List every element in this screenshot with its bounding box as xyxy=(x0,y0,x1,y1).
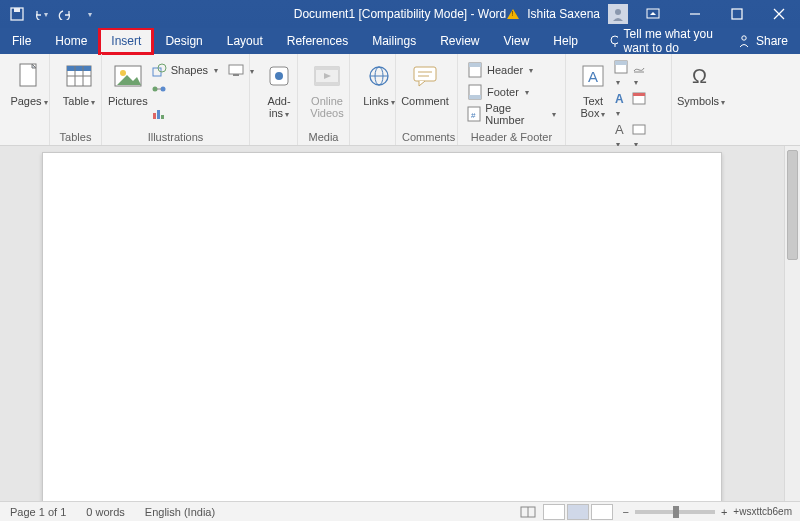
user-avatar-icon[interactable] xyxy=(608,4,628,24)
chart-button[interactable] xyxy=(148,104,221,124)
footer-button[interactable]: Footer xyxy=(464,82,559,102)
warning-icon[interactable] xyxy=(507,9,519,19)
zoom-level[interactable]: +wsxttcb6em xyxy=(733,506,792,517)
tab-insert[interactable]: Insert xyxy=(99,28,153,54)
share-button[interactable]: Share xyxy=(725,34,800,48)
comment-button[interactable]: Comment xyxy=(402,58,448,107)
svg-point-18 xyxy=(120,70,126,76)
close-button[interactable] xyxy=(762,0,796,28)
shapes-icon xyxy=(151,62,167,78)
tab-layout[interactable]: Layout xyxy=(215,28,275,54)
svg-point-2 xyxy=(615,9,621,15)
symbols-button[interactable]: Ω Symbols xyxy=(678,58,724,109)
tab-references[interactable]: References xyxy=(275,28,360,54)
tab-help[interactable]: Help xyxy=(541,28,590,54)
svg-text:#: # xyxy=(471,111,476,120)
date-time-button[interactable] xyxy=(632,91,646,119)
svg-text:A: A xyxy=(615,122,624,136)
ribbon-display-options-icon[interactable] xyxy=(636,0,670,28)
svg-rect-48 xyxy=(615,61,627,65)
status-book-icon[interactable] xyxy=(520,505,536,519)
title-bar: Document1 [Compatibility Mode] - Word Is… xyxy=(0,0,800,28)
undo-icon[interactable] xyxy=(34,7,48,21)
tab-view[interactable]: View xyxy=(492,28,542,54)
view-read-mode[interactable] xyxy=(543,504,565,520)
redo-icon[interactable] xyxy=(58,7,72,21)
svg-point-29 xyxy=(275,72,283,80)
tab-design[interactable]: Design xyxy=(153,28,214,54)
status-word-count[interactable]: 0 words xyxy=(76,506,135,518)
comment-label: Comment xyxy=(401,95,449,107)
table-button[interactable]: Table xyxy=(56,58,102,109)
header-label: Header xyxy=(487,64,523,76)
group-comments-label: Comments xyxy=(402,129,451,143)
addins-button[interactable]: Add- ins xyxy=(256,58,302,121)
vertical-scrollbar[interactable] xyxy=(784,146,800,501)
document-area xyxy=(0,146,800,501)
pages-label: Pages xyxy=(10,95,47,109)
view-web-layout[interactable] xyxy=(591,504,613,520)
header-button[interactable]: Header xyxy=(464,60,559,80)
status-page[interactable]: Page 1 of 1 xyxy=(0,506,76,518)
qat-customize-icon[interactable] xyxy=(82,7,96,21)
svg-rect-23 xyxy=(153,113,156,119)
tell-me-label: Tell me what you want to do xyxy=(624,27,725,55)
zoom-controls: − + +wsxttcb6em xyxy=(614,506,800,518)
pages-icon xyxy=(13,60,45,92)
svg-rect-25 xyxy=(161,115,164,119)
save-icon[interactable] xyxy=(10,7,24,21)
links-icon xyxy=(363,60,395,92)
ribbon-tabs: File Home Insert Design Layout Reference… xyxy=(0,28,800,54)
svg-rect-40 xyxy=(469,63,481,67)
group-illustrations-label: Illustrations xyxy=(108,129,243,143)
ribbon-insert: Pages Table Tables Pictures Shapes xyxy=(0,54,800,146)
svg-rect-5 xyxy=(732,9,742,19)
svg-point-10 xyxy=(742,36,746,40)
footer-label: Footer xyxy=(487,86,519,98)
svg-rect-1 xyxy=(14,8,20,12)
svg-rect-26 xyxy=(229,65,243,74)
pages-button[interactable]: Pages xyxy=(6,58,52,109)
svg-rect-36 xyxy=(414,67,436,81)
zoom-slider[interactable] xyxy=(635,510,715,514)
group-links-label xyxy=(356,129,389,143)
document-page[interactable] xyxy=(42,152,722,501)
zoom-in-button[interactable]: + xyxy=(721,506,727,518)
share-label: Share xyxy=(756,34,788,48)
group-pages-label xyxy=(6,129,43,143)
maximize-button[interactable] xyxy=(720,0,754,28)
group-media-label: Media xyxy=(304,129,343,143)
view-print-layout[interactable] xyxy=(567,504,589,520)
addins-icon xyxy=(263,60,295,92)
pictures-button[interactable]: Pictures xyxy=(108,58,148,124)
group-header-footer-label: Header & Footer xyxy=(464,129,559,143)
tab-file[interactable]: File xyxy=(0,28,43,54)
text-box-button[interactable]: A Text Box xyxy=(572,58,614,150)
shapes-label: Shapes xyxy=(171,64,208,76)
addins-label: Add- ins xyxy=(267,95,290,121)
footer-icon xyxy=(467,84,483,100)
scrollbar-thumb[interactable] xyxy=(787,150,798,260)
group-tables-label: Tables xyxy=(56,129,95,143)
user-name[interactable]: Ishita Saxena xyxy=(527,7,600,21)
tab-home[interactable]: Home xyxy=(43,28,99,54)
tell-me-search[interactable]: Tell me what you want to do xyxy=(590,27,725,55)
share-icon xyxy=(737,34,751,48)
quick-parts-button[interactable] xyxy=(614,60,628,88)
pictures-icon xyxy=(112,60,144,92)
symbols-icon: Ω xyxy=(685,60,717,92)
zoom-out-button[interactable]: − xyxy=(622,506,628,518)
shapes-button[interactable]: Shapes xyxy=(148,60,221,80)
minimize-button[interactable] xyxy=(678,0,712,28)
svg-rect-31 xyxy=(315,67,339,70)
tab-review[interactable]: Review xyxy=(428,28,491,54)
page-number-button[interactable]: #Page Number xyxy=(464,104,559,124)
tab-mailings[interactable]: Mailings xyxy=(360,28,428,54)
signature-line-button[interactable] xyxy=(632,60,646,88)
smartart-button[interactable] xyxy=(148,82,221,102)
status-language[interactable]: English (India) xyxy=(135,506,225,518)
wordart-button[interactable]: A xyxy=(614,91,628,119)
svg-text:A: A xyxy=(615,92,624,105)
online-videos-button: Online Videos xyxy=(304,58,350,119)
video-icon xyxy=(311,60,343,92)
